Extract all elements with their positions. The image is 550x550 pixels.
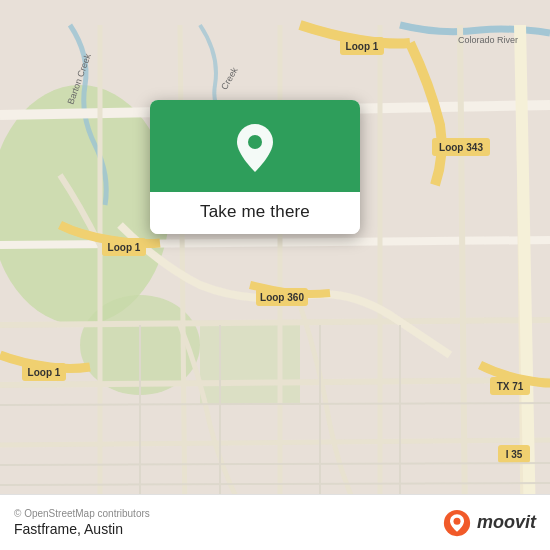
svg-text:Loop 1: Loop 1 <box>108 242 141 253</box>
svg-text:Loop 1: Loop 1 <box>346 41 379 52</box>
bottom-left-info: © OpenStreetMap contributors Fastframe, … <box>14 508 150 537</box>
svg-text:Loop 1: Loop 1 <box>28 367 61 378</box>
svg-text:TX 71: TX 71 <box>497 381 524 392</box>
take-me-there-button[interactable]: Take me there <box>200 202 310 222</box>
svg-point-45 <box>453 517 460 524</box>
location-pin-icon <box>233 122 277 174</box>
popup-header <box>150 100 360 192</box>
svg-line-5 <box>0 240 550 245</box>
map-container: Loop 1 Loop 343 Loop 1 Loop 360 Loop 1 T… <box>0 0 550 550</box>
svg-text:Colorado River: Colorado River <box>458 35 518 45</box>
location-icon-wrapper <box>229 122 281 174</box>
map-background: Loop 1 Loop 343 Loop 1 Loop 360 Loop 1 T… <box>0 0 550 550</box>
svg-text:Loop 360: Loop 360 <box>260 292 304 303</box>
moovit-text: moovit <box>477 512 536 533</box>
svg-point-43 <box>248 135 262 149</box>
svg-text:Loop 343: Loop 343 <box>439 142 483 153</box>
popup-card: Take me there <box>150 100 360 234</box>
location-name: Fastframe, Austin <box>14 521 150 537</box>
svg-text:I 35: I 35 <box>506 449 523 460</box>
popup-button-area[interactable]: Take me there <box>150 192 360 234</box>
bottom-bar: © OpenStreetMap contributors Fastframe, … <box>0 494 550 550</box>
moovit-logo[interactable]: moovit <box>443 509 536 537</box>
svg-rect-3 <box>200 325 300 405</box>
moovit-icon <box>443 509 471 537</box>
copyright-text: © OpenStreetMap contributors <box>14 508 150 519</box>
